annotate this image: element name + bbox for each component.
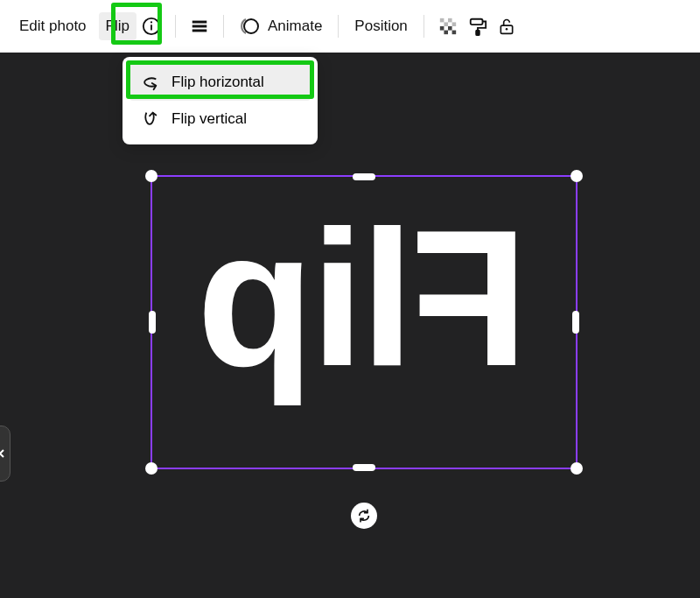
svg-rect-12	[448, 26, 452, 31]
resize-handle-bottom-right[interactable]	[570, 462, 583, 475]
flip-horizontal-icon	[140, 73, 159, 92]
svg-rect-15	[471, 19, 483, 25]
resize-handle-top[interactable]	[353, 173, 375, 180]
rotate-icon	[357, 509, 371, 523]
svg-rect-3	[192, 21, 207, 24]
flipped-text-content: Flip	[200, 188, 528, 410]
flip-horizontal-item[interactable]: Flip horizontal	[130, 64, 311, 101]
svg-rect-16	[476, 31, 480, 36]
svg-rect-11	[440, 26, 444, 31]
flip-button[interactable]: Flip	[99, 12, 136, 40]
toolbar-separator	[424, 15, 424, 38]
svg-point-6	[244, 19, 258, 33]
svg-rect-7	[440, 18, 444, 23]
resize-handle-bottom[interactable]	[353, 464, 375, 471]
top-toolbar: Edit photo Flip	[0, 0, 700, 53]
lock-button[interactable]	[493, 11, 521, 42]
expand-side-panel-button[interactable]	[0, 426, 10, 482]
svg-rect-4	[192, 25, 207, 28]
paint-roller-icon	[468, 16, 487, 37]
animate-label: Animate	[268, 18, 322, 35]
rotate-button[interactable]	[351, 503, 377, 529]
flip-vertical-item[interactable]: Flip vertical	[130, 101, 311, 137]
edit-photo-button[interactable]: Edit photo	[12, 12, 94, 40]
svg-rect-10	[452, 22, 456, 26]
toolbar-separator	[175, 15, 176, 38]
style-copy-button[interactable]	[463, 11, 493, 42]
edit-photo-label: Edit photo	[19, 18, 87, 35]
lines-icon	[190, 17, 209, 36]
design-canvas[interactable]: Flip	[0, 53, 700, 598]
toolbar-separator	[223, 15, 224, 38]
resize-handle-top-left[interactable]	[145, 170, 158, 182]
flip-vertical-icon	[140, 109, 159, 129]
animate-icon	[240, 16, 261, 37]
unlock-icon	[498, 16, 515, 37]
selected-element-frame[interactable]: Flip	[150, 175, 578, 469]
resize-handle-bottom-left[interactable]	[145, 462, 158, 475]
svg-rect-9	[444, 22, 448, 26]
position-label: Position	[354, 18, 407, 35]
resize-handle-left[interactable]	[149, 311, 156, 334]
info-button[interactable]	[136, 11, 166, 41]
chevron-left-icon	[0, 448, 5, 459]
flip-label: Flip	[106, 18, 130, 35]
toolbar-separator	[338, 15, 339, 38]
flip-horizontal-label: Flip horizontal	[172, 74, 264, 91]
svg-point-2	[150, 21, 152, 23]
animate-button[interactable]: Animate	[233, 11, 329, 42]
resize-handle-right[interactable]	[572, 311, 579, 334]
svg-rect-5	[192, 29, 207, 32]
svg-point-18	[506, 28, 508, 31]
lines-button[interactable]	[185, 11, 214, 41]
svg-rect-13	[444, 31, 448, 35]
svg-rect-8	[448, 18, 452, 23]
transparency-icon	[438, 17, 458, 36]
flip-vertical-label: Flip vertical	[172, 110, 247, 128]
flip-dropdown: Flip horizontal Flip vertical	[122, 57, 318, 144]
info-icon	[142, 17, 161, 36]
position-button[interactable]: Position	[347, 12, 414, 40]
resize-handle-top-right[interactable]	[570, 170, 583, 182]
svg-rect-14	[452, 31, 456, 35]
transparency-button[interactable]	[433, 11, 463, 41]
